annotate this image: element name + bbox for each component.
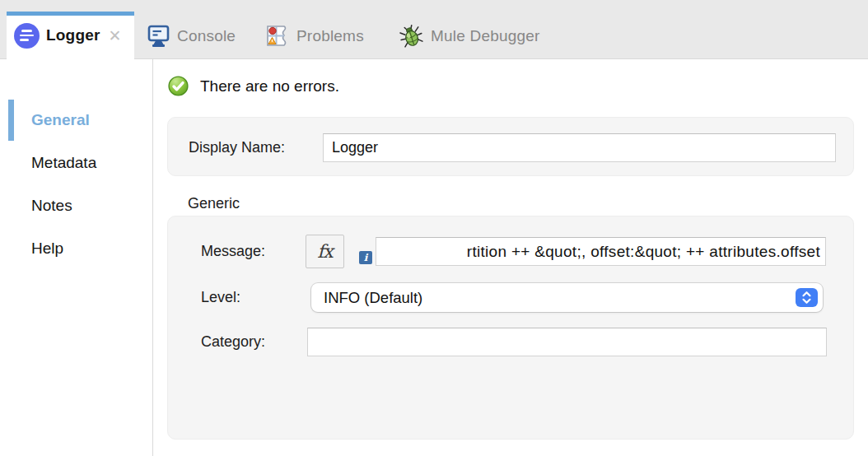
console-monitor-icon [147, 24, 170, 49]
tab-mule-debugger-label: Mule Debugger [431, 27, 540, 45]
generic-panel: Message: fx i Level: INFO (Default) Cate… [167, 216, 854, 440]
logger-icon [14, 23, 40, 49]
tab-problems[interactable]: Problems [264, 20, 364, 53]
category-input[interactable] [307, 328, 827, 356]
info-icon[interactable]: i [359, 251, 372, 264]
message-input[interactable] [376, 237, 826, 266]
sidebar-item-metadata-label: Metadata [31, 154, 96, 172]
sidebar-item-metadata[interactable]: Metadata [0, 142, 152, 184]
level-select[interactable]: INFO (Default) [311, 283, 823, 312]
display-name-label: Display Name: [189, 133, 285, 162]
validation-status: There are no errors. [168, 76, 339, 96]
display-name-panel: Display Name: [167, 117, 854, 176]
success-check-icon [168, 76, 189, 96]
tab-logger[interactable]: Logger ✕ [7, 12, 134, 59]
close-icon[interactable]: ✕ [109, 28, 122, 44]
level-select-value: INFO (Default) [311, 289, 422, 307]
tab-logger-label: Logger [46, 26, 100, 44]
sidebar-item-general[interactable]: General [0, 99, 152, 142]
message-label: Message: [201, 237, 265, 266]
level-label: Level: [201, 283, 240, 312]
fx-icon: fx [317, 241, 333, 262]
sidebar-item-notes[interactable]: Notes [0, 184, 152, 227]
logger-properties-view: Logger ✕ Console Problems [0, 0, 868, 456]
bug-icon [399, 25, 423, 49]
properties-sidebar: General Metadata Notes Help [0, 59, 153, 456]
status-message: There are no errors. [200, 77, 339, 95]
tab-console[interactable]: Console [147, 20, 236, 53]
select-stepper-icon [796, 288, 818, 307]
display-name-input[interactable] [323, 133, 836, 162]
sidebar-item-help-label: Help [31, 240, 63, 258]
tab-console-label: Console [177, 27, 236, 45]
expression-fx-button[interactable]: fx [306, 235, 344, 268]
sidebar-item-help[interactable]: Help [0, 227, 152, 270]
editor-tab-bar: Logger ✕ Console Problems [0, 0, 868, 59]
category-label: Category: [201, 328, 265, 356]
generic-section-title: Generic [188, 195, 240, 212]
tab-problems-label: Problems [296, 27, 364, 45]
sidebar-item-general-label: General [31, 111, 90, 129]
tab-mule-debugger[interactable]: Mule Debugger [399, 20, 540, 53]
problems-icon [264, 24, 289, 49]
sidebar-item-notes-label: Notes [31, 197, 72, 215]
